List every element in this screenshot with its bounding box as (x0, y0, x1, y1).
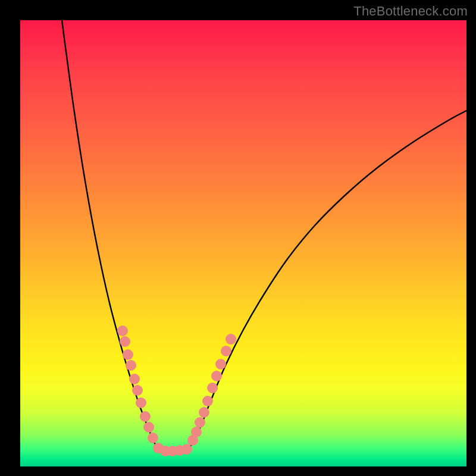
data-point (132, 385, 143, 396)
watermark-text: TheBottleneck.com (353, 4, 468, 19)
data-point (199, 407, 209, 418)
data-point (215, 359, 226, 369)
data-point-group (117, 325, 236, 456)
data-point (207, 383, 218, 393)
data-point (143, 422, 154, 433)
chart-plot-area (20, 20, 466, 466)
data-point (129, 374, 140, 384)
chart-svg (20, 20, 466, 466)
data-point (148, 433, 158, 443)
data-point (191, 427, 202, 437)
data-point (202, 396, 213, 406)
data-point (117, 325, 128, 336)
data-point (140, 411, 151, 422)
data-point (120, 336, 130, 347)
data-point (226, 334, 236, 345)
data-point (126, 360, 136, 371)
data-point (221, 346, 231, 356)
data-point (123, 349, 133, 360)
bottleneck-curve (62, 20, 466, 452)
data-point (181, 444, 192, 455)
chart-frame: TheBottleneck.com (0, 0, 476, 476)
data-point (211, 371, 222, 381)
data-point (195, 417, 205, 428)
data-point (136, 397, 146, 408)
